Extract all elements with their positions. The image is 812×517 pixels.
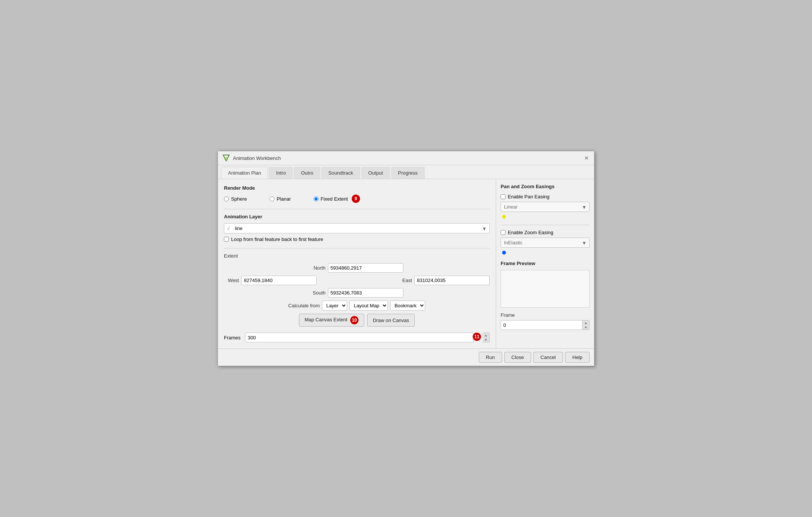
loop-checkbox-row: Loop from final feature back to first fe… — [224, 236, 490, 242]
frames-increment-button[interactable]: ▲ — [483, 333, 489, 338]
loop-label: Loop from final feature back to first fe… — [231, 236, 323, 242]
radio-planar-label: Planar — [277, 196, 291, 202]
bottom-bar: Run Close Cancel Help — [218, 348, 594, 366]
frame-input-wrapper: ▲ ▼ — [501, 320, 590, 330]
layer-select[interactable]: line — [224, 223, 490, 233]
pan-easing-section: Enable Pan Easing Linear ▼ — [501, 194, 590, 219]
frames-spinner: ▲ ▼ — [483, 333, 490, 342]
frames-decrement-button[interactable]: ▼ — [483, 338, 489, 342]
frames-input[interactable] — [245, 333, 473, 342]
right-panel: Pan and Zoom Easings Enable Pan Easing L… — [496, 179, 594, 348]
west-label: West — [224, 278, 239, 283]
pan-easing-select-wrapper: Linear ▼ — [501, 202, 590, 212]
tab-outro[interactable]: Outro — [294, 167, 320, 179]
help-button[interactable]: Help — [565, 352, 590, 363]
layout-map-select[interactable]: Layout Map — [349, 301, 388, 311]
zoom-easing-checkbox-row: Enable Zoom Easing — [501, 230, 590, 235]
render-mode-section: Render Mode Sphere Planar Fixed Extent 9 — [224, 185, 490, 203]
window-title: Animation Workbench — [233, 155, 281, 161]
close-button[interactable]: ✕ — [584, 155, 590, 161]
content-area: Render Mode Sphere Planar Fixed Extent 9 — [218, 179, 594, 348]
map-canvas-extent-button[interactable]: Map Canvas Extent 10 — [299, 314, 364, 327]
canvas-button-row: Map Canvas Extent 10 Draw on Canvas — [224, 314, 490, 327]
enable-pan-easing-checkbox[interactable] — [501, 194, 506, 199]
frames-row: Frames 11 ▲ ▼ — [224, 333, 490, 342]
frame-spinner: ▲ ▼ — [582, 320, 590, 330]
tab-animation-plan[interactable]: Animation Plan — [221, 167, 268, 179]
tab-soundtrack[interactable]: Soundtrack — [321, 167, 360, 179]
radio-sphere-label: Sphere — [231, 196, 247, 202]
pan-zoom-easings-title: Pan and Zoom Easings — [501, 184, 590, 189]
west-input[interactable] — [241, 276, 317, 285]
extent-title: Extent — [224, 253, 490, 259]
frame-preview-box — [501, 270, 590, 308]
east-group: East — [397, 276, 490, 285]
layer-calc-select[interactable]: Layer — [322, 301, 347, 311]
frame-increment-button[interactable]: ▲ — [582, 321, 589, 325]
draw-on-canvas-button[interactable]: Draw on Canvas — [367, 314, 415, 327]
tab-intro[interactable]: Intro — [269, 167, 293, 179]
title-bar-left: Animation Workbench — [222, 154, 281, 162]
frames-input-wrapper: 11 ▲ ▼ — [245, 333, 490, 342]
pan-easing-checkbox-row: Enable Pan Easing — [501, 194, 590, 199]
cancel-button[interactable]: Cancel — [533, 352, 563, 363]
enable-zoom-easing-checkbox[interactable] — [501, 230, 506, 235]
east-input[interactable] — [414, 276, 490, 285]
radio-fixed-extent-input[interactable] — [314, 196, 319, 201]
animation-layer-section: Animation Layer √ͦ line ▼ Loop from fina… — [224, 214, 490, 242]
calculate-from-label: Calculate from — [288, 303, 320, 308]
render-mode-title: Render Mode — [224, 185, 490, 191]
radio-sphere[interactable]: Sphere — [224, 196, 247, 202]
radio-planar-input[interactable] — [270, 196, 274, 201]
tabs-bar: Animation Plan Intro Outro Soundtrack Ou… — [218, 165, 594, 179]
badge-10: 10 — [350, 316, 359, 324]
frames-label: Frames — [224, 335, 241, 341]
south-row: South — [224, 288, 490, 298]
badge-9: 9 — [352, 195, 360, 203]
divider-2 — [224, 248, 490, 249]
radio-fixed-extent[interactable]: Fixed Extent 9 — [314, 195, 360, 203]
app-icon — [222, 154, 230, 162]
north-row: North — [224, 263, 490, 273]
tab-output[interactable]: Output — [361, 167, 390, 179]
frame-decrement-button[interactable]: ▼ — [582, 325, 589, 330]
animation-workbench-window: Animation Workbench ✕ Animation Plan Int… — [218, 151, 594, 366]
divider-right-1 — [501, 225, 590, 225]
pan-easing-label: Enable Pan Easing — [508, 194, 550, 199]
east-label: East — [397, 278, 412, 283]
south-input[interactable] — [328, 288, 403, 298]
pan-easing-dot — [502, 215, 506, 219]
zoom-easing-section: Enable Zoom Easing InElastic ▼ — [501, 230, 590, 255]
calculate-row: Calculate from Layer Layout Map Bookmark — [224, 301, 490, 311]
title-bar: Animation Workbench ✕ — [218, 151, 594, 165]
tab-progress[interactable]: Progress — [391, 167, 425, 179]
main-panel: Render Mode Sphere Planar Fixed Extent 9 — [218, 179, 496, 348]
animation-layer-title: Animation Layer — [224, 214, 490, 219]
north-label: North — [311, 265, 326, 271]
close-dialog-button[interactable]: Close — [504, 352, 531, 363]
loop-checkbox[interactable] — [224, 237, 229, 242]
radio-fixed-extent-label: Fixed Extent — [321, 196, 348, 202]
run-button[interactable]: Run — [479, 352, 502, 363]
frames-section: Frames 11 ▲ ▼ — [224, 333, 490, 342]
pan-easing-select[interactable]: Linear — [501, 202, 590, 212]
divider-1 — [224, 209, 490, 209]
render-mode-radio-group: Sphere Planar Fixed Extent 9 — [224, 195, 490, 203]
radio-planar[interactable]: Planar — [270, 196, 291, 202]
frame-preview-section: Frame Preview Frame ▲ ▼ — [501, 261, 590, 330]
bookmark-select[interactable]: Bookmark — [390, 301, 425, 311]
frame-label: Frame — [501, 312, 590, 318]
draw-on-canvas-label: Draw on Canvas — [373, 318, 409, 323]
frame-input[interactable] — [501, 320, 582, 330]
zoom-easing-select[interactable]: InElastic — [501, 238, 590, 248]
layer-icon: √ͦ — [227, 226, 230, 231]
extent-section: Extent North West East — [224, 253, 490, 327]
frame-preview-title: Frame Preview — [501, 261, 590, 266]
west-east-row: West East — [224, 276, 490, 285]
south-label: South — [311, 290, 326, 296]
north-input[interactable] — [328, 263, 403, 273]
badge-11: 11 — [473, 333, 481, 341]
layer-select-wrapper: √ͦ line ▼ — [224, 223, 490, 233]
zoom-easing-dot — [502, 251, 506, 255]
radio-sphere-input[interactable] — [224, 196, 229, 201]
